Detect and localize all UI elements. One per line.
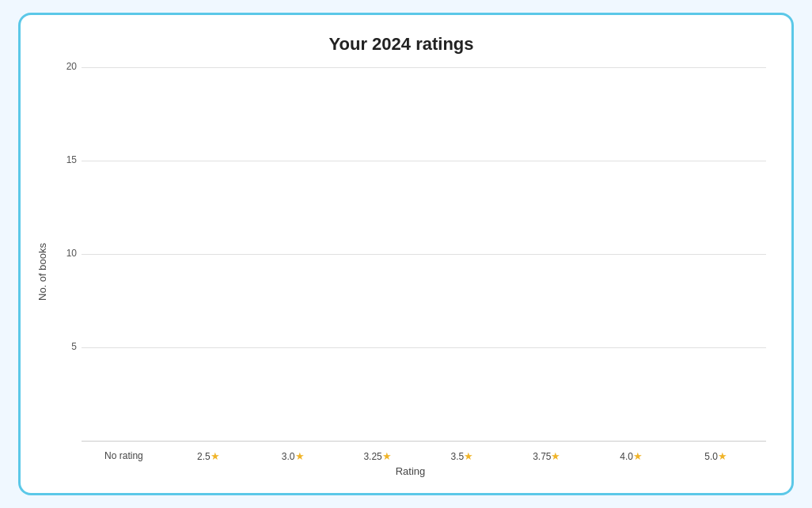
star-icon: ★ bbox=[718, 450, 727, 462]
x-label: 5.0★ bbox=[674, 450, 758, 462]
chart-inner: 20151050 No rating2.5★3.0★3.25★3.5★3.75★… bbox=[55, 67, 766, 477]
y-tick: 5 bbox=[55, 341, 77, 352]
x-label: 3.25★ bbox=[336, 450, 420, 462]
y-tick: 10 bbox=[55, 248, 77, 259]
chart-area: No. of books 20151050 No rating2.5★3.0★3… bbox=[36, 67, 766, 477]
star-icon: ★ bbox=[211, 450, 220, 462]
y-tick: 15 bbox=[55, 154, 77, 165]
chart-container: Your 2024 ratings No. of books 20151050 … bbox=[18, 13, 794, 495]
x-axis: No rating2.5★3.0★3.25★3.5★3.75★4.0★5.0★ bbox=[55, 445, 766, 462]
star-icon: ★ bbox=[551, 450, 560, 462]
grid-and-bars: 20151050 bbox=[55, 67, 766, 445]
x-label: 2.5★ bbox=[166, 450, 251, 462]
star-icon: ★ bbox=[633, 450, 643, 462]
chart-title: Your 2024 ratings bbox=[36, 34, 766, 55]
x-label: 3.0★ bbox=[251, 450, 336, 462]
x-axis-title: Rating bbox=[55, 465, 766, 477]
star-icon: ★ bbox=[295, 450, 305, 462]
x-label: 3.75★ bbox=[504, 450, 589, 462]
star-icon: ★ bbox=[382, 450, 392, 462]
x-label: 3.5★ bbox=[420, 450, 505, 462]
x-label: No rating bbox=[82, 450, 166, 462]
y-axis-label: No. of books bbox=[36, 67, 48, 477]
y-tick: 20 bbox=[55, 61, 77, 72]
star-icon: ★ bbox=[464, 450, 473, 462]
bars-row bbox=[82, 67, 766, 445]
x-label: 4.0★ bbox=[589, 450, 674, 462]
